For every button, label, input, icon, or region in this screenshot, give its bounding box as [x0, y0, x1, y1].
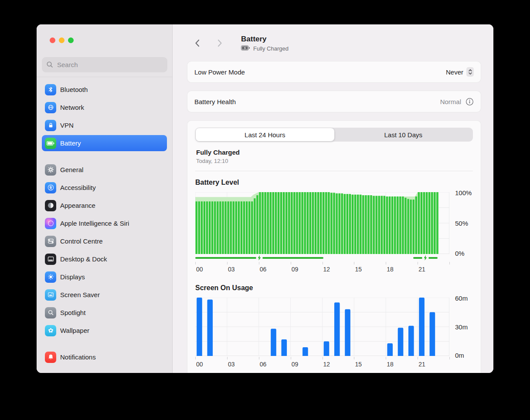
bluetooth-icon — [45, 84, 56, 95]
screen-on-usage-x-axis: 0003060912151821 — [195, 357, 449, 369]
x-axis-label: 09 — [292, 361, 299, 368]
x-axis-label: 18 — [387, 361, 394, 368]
y-axis-label: 60m — [455, 295, 468, 302]
system-settings-window: Bluetooth Network VPN Battery General — [37, 24, 493, 373]
charge-status-time: Today, 12:10 — [196, 158, 472, 164]
sidebar-item-displays[interactable]: Displays — [42, 269, 167, 285]
divider — [195, 171, 473, 171]
battery-level-y-axis: 100% 50% 0% — [449, 192, 473, 254]
network-globe-icon — [45, 102, 56, 113]
sun-icon — [45, 271, 56, 283]
sidebar-item-apple-intelligence-siri[interactable]: Apple Intelligence & Siri — [42, 215, 167, 231]
popup-chevrons-icon — [466, 67, 474, 77]
info-icon[interactable] — [465, 98, 474, 106]
battery-health-row: Battery Health Normal — [187, 91, 481, 112]
accessibility-icon — [45, 182, 56, 193]
sidebar-item-screen-saver[interactable]: Screen Saver — [42, 287, 167, 303]
close-button[interactable] — [50, 37, 55, 43]
sidebar-item-label: VPN — [60, 122, 74, 129]
settings-content: Low Power Mode Never Battery Health Norm… — [173, 57, 493, 373]
tab-last-24-hours[interactable]: Last 24 Hours — [196, 128, 334, 141]
tab-last-10-days[interactable]: Last 10 Days — [334, 128, 473, 141]
sidebar-group-spacer — [42, 340, 167, 349]
zoom-button[interactable] — [68, 37, 74, 43]
minimize-button[interactable] — [59, 37, 65, 43]
sidebar-item-accessibility[interactable]: Accessibility — [42, 180, 167, 196]
sidebar-item-label: Bluetooth — [60, 86, 88, 93]
siri-orb-icon — [45, 218, 56, 229]
x-axis-label: 12 — [323, 361, 330, 368]
page-status-text: Fully Charged — [253, 46, 289, 51]
page-title: Battery — [241, 35, 289, 44]
battery-level-chart — [195, 192, 449, 254]
sidebar-item-notifications[interactable]: Notifications — [42, 349, 167, 365]
sidebar-nav: Bluetooth Network VPN Battery General — [37, 77, 172, 373]
photo-icon — [45, 289, 56, 301]
sidebar-item-label: Spotlight — [60, 309, 85, 316]
battery-health-label: Battery Health — [194, 98, 236, 105]
appearance-icon — [45, 200, 56, 211]
sidebar-item-label: Screen Saver — [60, 291, 100, 298]
charging-bolt-icon — [422, 255, 429, 261]
sidebar-item-label: Accessibility — [60, 184, 96, 191]
sidebar-item-bluetooth[interactable]: Bluetooth — [42, 81, 167, 98]
search-icon — [46, 61, 54, 68]
low-power-mode-popup[interactable]: Never — [446, 67, 474, 77]
search-input[interactable] — [42, 57, 167, 72]
sidebar-group-spacer — [42, 153, 167, 162]
back-button[interactable] — [192, 37, 202, 49]
sidebar-item-label: Displays — [60, 273, 85, 281]
vpn-lock-icon — [45, 120, 56, 131]
screen-on-usage-y-axis: 60m 30m 0m — [449, 298, 473, 356]
sidebar-item-vpn[interactable]: VPN — [42, 117, 167, 133]
x-axis-label: 00 — [196, 266, 203, 273]
sidebar-item-label: Notifications — [60, 353, 96, 361]
sidebar-item-general[interactable]: General — [42, 162, 167, 178]
x-axis-label: 06 — [260, 266, 267, 273]
x-axis-label: 03 — [228, 361, 235, 368]
page-header: Battery Fully Charged — [173, 24, 493, 57]
sidebar-item-wallpaper[interactable]: Wallpaper — [42, 322, 167, 339]
title-block: Battery Fully Charged — [241, 35, 289, 51]
y-axis-label: 50% — [455, 220, 468, 227]
flower-icon — [45, 325, 56, 336]
page-status: Fully Charged — [241, 45, 289, 51]
sidebar-item-label: Appearance — [60, 202, 95, 209]
time-range-segmented-control: Last 24 Hours Last 10 Days — [195, 128, 473, 142]
sidebar-item-spotlight[interactable]: Spotlight — [42, 305, 167, 321]
screen-on-usage-section: Screen On Usage 60m 30m 0m 0003060912151… — [195, 284, 473, 369]
sidebar-item-network[interactable]: Network — [42, 99, 167, 115]
battery-level-x-axis: 0003060912151821 — [195, 262, 449, 274]
screen-on-usage-chart — [195, 298, 449, 356]
charge-status-block: Fully Charged Today, 12:10 — [196, 149, 472, 164]
low-power-mode-row: Low Power Mode Never — [187, 61, 481, 83]
sidebar-item-label: General — [60, 166, 83, 173]
x-axis-label: 21 — [418, 266, 425, 273]
toggles-icon — [45, 236, 56, 247]
sidebar-item-appearance[interactable]: Appearance — [42, 197, 167, 213]
y-axis-label: 100% — [455, 189, 472, 196]
x-axis-label: 15 — [355, 361, 362, 368]
x-axis-label: 03 — [228, 266, 235, 273]
x-axis-label: 09 — [292, 266, 299, 273]
sidebar-item-label: Desktop & Dock — [60, 255, 107, 263]
sidebar-item-battery[interactable]: Battery — [42, 135, 167, 151]
battery-health-value: Normal — [440, 98, 461, 105]
screen-on-usage-heading: Screen On Usage — [195, 284, 473, 292]
battery-level-section: Battery Level 100% 50% 0% 00030609121518… — [195, 179, 473, 274]
x-axis-label: 18 — [387, 266, 394, 273]
sidebar-item-label: Wallpaper — [60, 327, 89, 334]
gear-icon — [45, 164, 56, 176]
x-axis-label: 06 — [260, 361, 267, 368]
y-axis-label: 0% — [455, 250, 465, 257]
sidebar-item-desktop-dock[interactable]: Desktop & Dock — [42, 251, 167, 267]
sidebar-item-label: Apple Intelligence & Siri — [60, 220, 129, 227]
x-axis-label: 21 — [418, 361, 425, 368]
y-axis-label: 30m — [455, 323, 468, 331]
sidebar-item-control-centre[interactable]: Control Centre — [42, 233, 167, 249]
y-axis-label: 0m — [455, 352, 464, 359]
battery-icon — [45, 138, 56, 149]
battery-usage-card: Last 24 Hours Last 10 Days Fully Charged… — [187, 120, 481, 373]
x-axis-label: 00 — [196, 361, 203, 368]
forward-button[interactable] — [215, 37, 224, 49]
